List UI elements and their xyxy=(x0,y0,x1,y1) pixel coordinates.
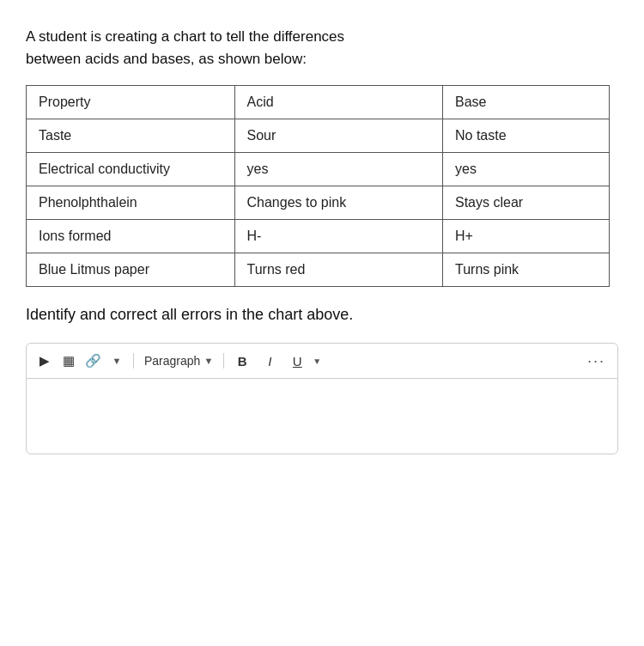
header-acid: Acid xyxy=(234,86,443,119)
row-phenolphthalein-base: Stays clear xyxy=(443,186,610,220)
question-text: A student is creating a chart to tell th… xyxy=(26,26,618,70)
chevron-down-icon[interactable]: ▼ xyxy=(107,351,126,370)
link-icon[interactable]: 🔗 xyxy=(83,351,102,370)
row-litmus-property: Blue Litmus paper xyxy=(27,253,235,287)
acids-bases-table: Property Acid Base Taste Sour No taste E… xyxy=(26,85,610,287)
more-options-button[interactable]: ··· xyxy=(584,350,609,372)
editor-toolbar: ▶ ▦ 🔗 ▼ Paragraph ▼ B I U ▼ xyxy=(27,344,617,379)
editor-box: ▶ ▦ 🔗 ▼ Paragraph ▼ B I U ▼ xyxy=(26,343,618,454)
table-row: Ions formed H- H+ xyxy=(27,220,610,253)
table-row: Taste Sour No taste xyxy=(27,119,610,153)
row-litmus-acid: Turns red xyxy=(234,253,443,287)
row-litmus-base: Turns pink xyxy=(443,253,610,287)
question-container: A student is creating a chart to tell th… xyxy=(26,26,618,454)
paragraph-dropdown[interactable]: Paragraph ▼ xyxy=(141,352,216,369)
row-conductivity-base: yes xyxy=(443,153,610,186)
row-taste-acid: Sour xyxy=(234,119,443,153)
table-row: Electrical conductivity yes yes xyxy=(27,153,610,186)
row-ions-property: Ions formed xyxy=(27,220,235,253)
table-row: Phenolphthalein Changes to pink Stays cl… xyxy=(27,186,610,220)
grid-icon[interactable]: ▦ xyxy=(59,351,78,370)
chart-wrapper: Property Acid Base Taste Sour No taste E… xyxy=(26,85,618,287)
row-conductivity-property: Electrical conductivity xyxy=(27,153,235,186)
row-taste-property: Taste xyxy=(27,119,235,153)
bold-button[interactable]: B xyxy=(231,350,253,372)
toolbar-divider-2 xyxy=(223,353,224,369)
editor-content[interactable] xyxy=(27,379,617,448)
row-phenolphthalein-property: Phenolphthalein xyxy=(27,186,235,220)
row-conductivity-acid: yes xyxy=(234,153,443,186)
table-header-row: Property Acid Base xyxy=(27,86,610,119)
paragraph-chevron-icon: ▼ xyxy=(204,356,213,366)
play-icon[interactable]: ▶ xyxy=(35,351,54,370)
underline-wrapper: U ▼ xyxy=(286,350,324,372)
row-ions-base: H+ xyxy=(443,220,610,253)
italic-button[interactable]: I xyxy=(258,350,281,372)
row-ions-acid: H- xyxy=(234,220,443,253)
header-property: Property xyxy=(27,86,235,119)
header-base: Base xyxy=(443,86,610,119)
row-phenolphthalein-acid: Changes to pink xyxy=(234,186,443,220)
toolbar-divider xyxy=(133,353,134,369)
instruction-text: Identify and correct all errors in the c… xyxy=(26,306,618,324)
table-row: Blue Litmus paper Turns red Turns pink xyxy=(27,253,610,287)
underline-chevron-icon[interactable]: ▼ xyxy=(310,351,324,370)
underline-button[interactable]: U xyxy=(286,350,308,372)
row-taste-base: No taste xyxy=(443,119,610,153)
